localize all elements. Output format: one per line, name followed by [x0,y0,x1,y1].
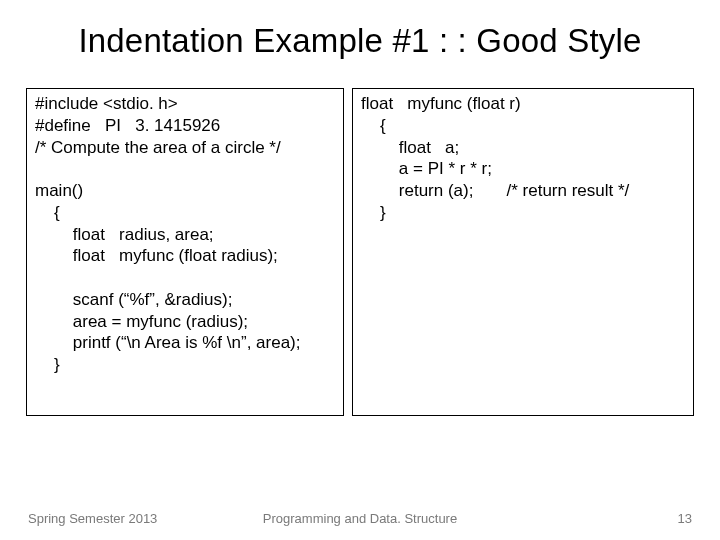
code-right: float myfunc (float r) { float a; a = PI… [352,88,694,416]
footer: Spring Semester 2013 Programming and Dat… [0,511,720,526]
slide: Indentation Example #1 : : Good Style #i… [0,0,720,540]
footer-center: Programming and Data. Structure [263,511,457,526]
code-right-wrap: float myfunc (float r) { float a; a = PI… [352,88,694,416]
code-left: #include <stdio. h> #define PI 3. 141592… [26,88,344,416]
slide-title: Indentation Example #1 : : Good Style [0,0,720,70]
footer-page-number: 13 [678,511,692,526]
footer-left: Spring Semester 2013 [28,511,157,526]
code-columns: #include <stdio. h> #define PI 3. 141592… [0,88,720,416]
